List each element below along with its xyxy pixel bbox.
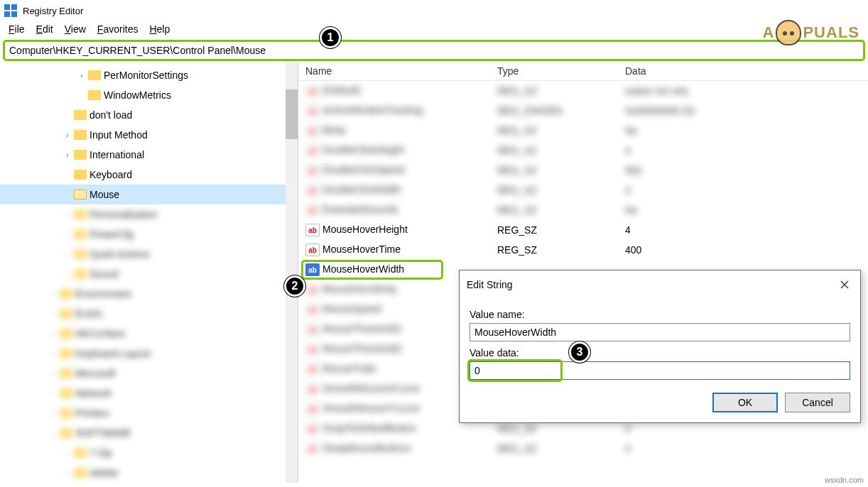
titlebar: Registry Editor: [0, 0, 868, 21]
tree-scrollbar-track[interactable]: [286, 61, 298, 483]
folder-icon: [74, 110, 87, 120]
string-value-icon: ab: [305, 403, 320, 415]
dialog-titlebar: Edit String: [460, 270, 860, 299]
value-row[interactable]: abDoubleClickHeightREG_SZ4: [298, 141, 868, 160]
cancel-button[interactable]: Cancel: [785, 393, 850, 412]
value-name-text: MouseSpeed: [322, 303, 381, 314]
tree-scrollbar-thumb[interactable]: [286, 89, 298, 139]
chevron-icon[interactable]: ›: [64, 151, 71, 159]
chevron-icon[interactable]: ›: [64, 211, 71, 219]
tree-node[interactable]: ›PerMonitorSettings: [0, 65, 298, 85]
dialog-button-row: OK Cancel: [470, 393, 850, 412]
folder-icon: [74, 229, 87, 239]
menu-file[interactable]: File: [3, 22, 31, 36]
value-row[interactable]: abDoubleClickWidthREG_SZ4: [298, 180, 868, 200]
tree-node-label: WindowMetrics: [104, 89, 171, 101]
tree-node-label: Keyboard Layout: [75, 348, 151, 359]
value-data-cell: 4: [625, 224, 868, 236]
menu-edit[interactable]: Edit: [31, 22, 59, 36]
tree-node[interactable]: ›Network: [0, 383, 298, 403]
tree-node[interactable]: ›HKCU\Item: [0, 324, 298, 344]
value-name-field[interactable]: [470, 323, 850, 341]
tree-node[interactable]: ›Environment: [0, 284, 298, 304]
chevron-icon[interactable]: ⌄: [50, 429, 57, 437]
value-name-text: (Default): [322, 84, 361, 96]
watermark-face-icon: [776, 20, 801, 45]
value-row[interactable]: abExtendedSoundsREG_SZNo: [298, 200, 868, 220]
header-name[interactable]: Name: [305, 65, 497, 77]
menubar: File Edit View Favorites Help: [0, 21, 868, 37]
chevron-icon[interactable]: ›: [64, 131, 71, 139]
chevron-icon[interactable]: ›: [50, 290, 57, 298]
tree-node[interactable]: ›PowerCfg: [0, 224, 298, 244]
folder-icon: [60, 329, 72, 339]
value-row[interactable]: abMouseHoverHeightREG_SZ4: [298, 220, 868, 240]
folder-icon: [60, 368, 72, 378]
value-type-cell: REG_SZ: [497, 224, 625, 236]
tree-node[interactable]: ›Microsoft: [0, 363, 298, 383]
watermark-right: PUALS: [803, 23, 859, 42]
chevron-icon[interactable]: ›: [50, 370, 57, 378]
value-row[interactable]: abBeepREG_SZNo: [298, 121, 868, 141]
value-row[interactable]: ab(Default)REG_SZ(value not set): [298, 81, 868, 101]
chevron-icon[interactable]: ›: [50, 410, 57, 417]
header-type[interactable]: Type: [497, 65, 625, 77]
string-value-icon: ab: [305, 303, 320, 316]
ok-button[interactable]: OK: [712, 393, 778, 412]
chevron-icon[interactable]: ›: [50, 390, 57, 398]
tree-node-label: International: [89, 149, 144, 160]
tree-node[interactable]: don't load: [0, 105, 298, 125]
dialog-close-button[interactable]: [836, 276, 853, 293]
value-row[interactable]: abDoubleClickSpeedREG_SZ500: [298, 160, 868, 180]
tree-node-label: Mouse: [89, 189, 119, 200]
tree-node[interactable]: ›Keyboard Layout: [0, 344, 298, 363]
value-type-cell: REG_SZ: [497, 244, 625, 256]
chevron-icon[interactable]: ›: [64, 231, 71, 239]
string-value-icon: ab: [305, 323, 320, 336]
value-name-text: SmoothMouseYCurve: [322, 403, 420, 414]
tree-node[interactable]: WindowMetrics: [0, 85, 298, 105]
tree-node[interactable]: Keyboard: [0, 165, 298, 185]
tree-node[interactable]: ›Adobe: [0, 463, 298, 483]
value-row[interactable]: abSwapMouseButtonsREG_SZ0: [298, 439, 868, 459]
string-value-icon: ab: [305, 84, 320, 97]
value-data-field[interactable]: [470, 361, 850, 380]
tree-node[interactable]: ›Input Method: [0, 125, 298, 145]
footer-credit: wsxdn.com: [825, 476, 864, 484]
value-row[interactable]: abMouseHoverTimeREG_SZ400: [298, 240, 868, 260]
value-type-cell: REG_SZ: [497, 204, 625, 216]
tree-node-label: 7-Zip: [89, 447, 112, 459]
tree-node[interactable]: Mouse: [0, 185, 298, 204]
tree-node[interactable]: ›Personalization: [0, 204, 298, 224]
chevron-icon[interactable]: ›: [50, 310, 57, 318]
chevron-icon[interactable]: ›: [50, 330, 57, 338]
folder-icon: [74, 150, 87, 160]
tree-node[interactable]: ⌄SOFTWARE: [0, 423, 298, 443]
menu-help[interactable]: Help: [143, 22, 175, 36]
chevron-icon[interactable]: ›: [64, 469, 71, 477]
menu-view[interactable]: View: [59, 22, 92, 36]
address-bar[interactable]: Computer\HKEY_CURRENT_USER\Control Panel…: [3, 40, 865, 61]
tree-node[interactable]: ›Printers: [0, 403, 298, 423]
registry-tree[interactable]: ›PerMonitorSettingsWindowMetricsdon't lo…: [0, 61, 298, 483]
tree-node[interactable]: ›Sound: [0, 264, 298, 284]
tree-node-label: Network: [75, 388, 112, 399]
tree-node[interactable]: ›7-Zip: [0, 443, 298, 463]
chevron-icon[interactable]: ›: [64, 251, 71, 258]
tree-node[interactable]: ›Quick Actions: [0, 244, 298, 264]
value-name-text: ExtendedSounds: [322, 204, 398, 215]
value-type-cell: REG_SZ: [497, 125, 625, 136]
menu-favorites[interactable]: Favorites: [92, 22, 144, 36]
header-data[interactable]: Data: [625, 65, 868, 77]
string-value-icon: ab: [305, 263, 320, 276]
tree-node[interactable]: ›International: [0, 145, 298, 165]
chevron-icon[interactable]: ›: [64, 449, 71, 457]
svg-rect-1: [11, 4, 17, 10]
svg-rect-3: [11, 11, 17, 17]
value-row[interactable]: abActiveWindowTrackingREG_DWORD0x0000000…: [298, 101, 868, 121]
chevron-icon[interactable]: ›: [64, 270, 71, 278]
chevron-icon[interactable]: ›: [50, 350, 57, 358]
tree-node[interactable]: ›EUDC: [0, 304, 298, 324]
value-data-cell: (value not set): [625, 85, 868, 97]
chevron-icon[interactable]: ›: [78, 72, 85, 80]
